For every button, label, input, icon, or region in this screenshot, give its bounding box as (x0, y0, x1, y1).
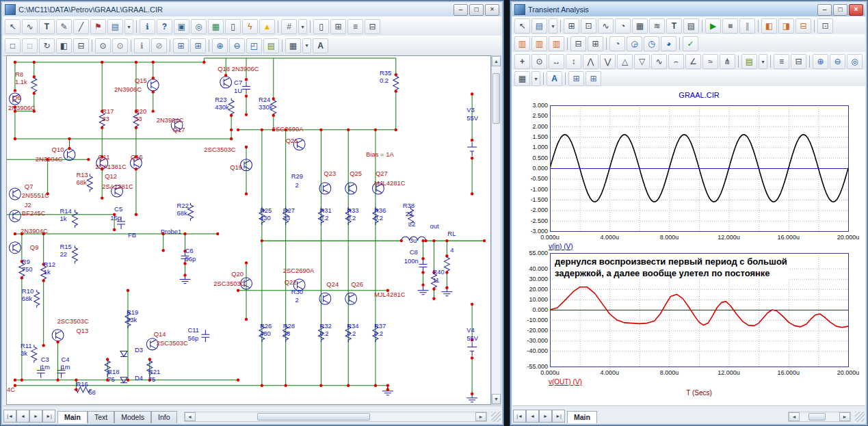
schematic-label[interactable]: 75 (148, 375, 156, 383)
one-pane-icon[interactable]: ▥ (514, 36, 530, 51)
find-repeat-icon[interactable]: ⊙ (112, 38, 128, 53)
schematic-label[interactable]: C6 (185, 247, 194, 254)
region-enable-icon[interactable]: ▦ (208, 19, 224, 34)
vin-plot[interactable] (550, 105, 849, 232)
monitor-window-icon[interactable]: ◔ (615, 18, 631, 34)
schematic-label[interactable]: V4 (466, 326, 475, 334)
mode-dropdown-icon[interactable]: ▾ (531, 71, 540, 86)
schematic-label[interactable]: R20 (135, 107, 146, 115)
tab-main[interactable]: Main (57, 411, 88, 423)
schematic-label[interactable]: Q21 (286, 137, 298, 144)
close-button[interactable]: × (849, 4, 863, 16)
schematic-label[interactable]: 33 (283, 330, 291, 337)
restore-button[interactable]: □ (833, 4, 847, 16)
schematic-label[interactable]: R14 (60, 207, 72, 215)
two-pane-icon[interactable]: ▥ (531, 36, 547, 51)
tab-models[interactable]: Models (114, 411, 151, 423)
mode-grid-icon[interactable]: ▦ (285, 38, 301, 53)
schematic-label[interactable]: Q11 (98, 153, 109, 161)
schematic-label[interactable]: 0.2 (319, 330, 328, 337)
3d-window-icon[interactable]: ▦ (632, 18, 648, 34)
schematic-label[interactable]: 430k (215, 103, 229, 111)
schematic-label[interactable]: Probe1 (161, 228, 181, 235)
schematic-label[interactable]: R25 (260, 207, 272, 214)
add-waveform-icon[interactable]: ⊡ (581, 18, 596, 34)
schematic-label[interactable]: C3 (41, 355, 49, 362)
prev-page-button[interactable]: ◄ (16, 410, 29, 423)
schematic-label[interactable]: D3 (135, 346, 143, 354)
transient-titlebar[interactable]: Transient Analysis – □ × (512, 3, 865, 16)
node-display-icon[interactable]: ▣ (174, 19, 189, 34)
schematic-label[interactable]: R15 (60, 243, 72, 250)
global-high-icon[interactable]: ⌢ (668, 54, 684, 69)
schematic-label[interactable]: Q15 (135, 77, 147, 84)
no-help-icon[interactable]: ⊘ (151, 38, 167, 53)
flip-y-icon[interactable]: ⊟ (73, 38, 89, 53)
scroll-up-icon[interactable]: ▲ (492, 56, 501, 66)
schematic-label[interactable]: 2SC3503C (157, 339, 188, 347)
properties-icon[interactable]: ▤ (683, 18, 699, 34)
split-vertical-icon[interactable]: ⊞ (588, 36, 603, 51)
schematic-label[interactable]: C5 (114, 205, 122, 213)
branch-icon[interactable]: ⋔ (720, 54, 735, 69)
schematic-label[interactable]: 750 (22, 265, 33, 273)
inflection-icon[interactable]: ∿ (651, 54, 667, 69)
vscroll-track[interactable] (492, 66, 501, 394)
schematic-label[interactable]: Q10 (52, 146, 64, 153)
new-page-icon[interactable]: ▯ (313, 19, 329, 34)
schematic-label[interactable]: 2N5551C (22, 191, 49, 199)
schematic-label[interactable]: 22 (60, 250, 68, 258)
page-stack-icon[interactable]: ⊞ (330, 19, 346, 34)
schematic-label[interactable]: 75 (107, 375, 115, 383)
autoscale-icon[interactable]: ◎ (847, 54, 863, 69)
schematic-label[interactable]: 2SC2690A (272, 125, 304, 133)
next-page-button[interactable]: ► (29, 410, 42, 423)
schematic-label[interactable]: 1k (60, 215, 67, 222)
schematic-vscrollbar[interactable]: ▲ ▼ (491, 55, 501, 405)
schematic-label[interactable]: R13 (76, 171, 88, 178)
first-page-button[interactable]: |◄ (513, 410, 526, 423)
ghost-move-icon[interactable]: □ (22, 38, 38, 53)
vscroll-thumb[interactable] (492, 73, 500, 124)
data-points-icon[interactable]: ◔ (609, 36, 625, 51)
last-page-button[interactable]: ►| (42, 410, 55, 423)
schematic-label[interactable]: Q18 2N3906C (218, 65, 259, 72)
three-pane-icon[interactable]: ▥ (549, 36, 564, 51)
schematic-label[interactable]: Q27 (376, 170, 388, 177)
scroll-left-icon[interactable]: ◄ (789, 412, 800, 421)
schematic-label[interactable]: 33k (127, 316, 137, 323)
schematic-label[interactable]: 68k (76, 178, 86, 186)
schematic-label[interactable]: Q17 (173, 126, 185, 133)
grid-icon[interactable]: # (281, 19, 297, 34)
schematic-label[interactable]: V3 (466, 106, 475, 114)
copy-icon[interactable]: ⊞ (568, 71, 584, 86)
schematic-label[interactable]: R17 (102, 107, 114, 115)
vin-trace-label[interactable]: v(in) (V) (549, 243, 573, 250)
scroll-left-icon[interactable]: ◄ (185, 412, 196, 421)
schematic-label[interactable]: 33 (102, 115, 109, 122)
schematic-label[interactable]: 0.2 (380, 77, 389, 84)
flag-icon[interactable]: ⚑ (90, 19, 106, 34)
ruler-icon[interactable]: ◷ (644, 36, 659, 51)
scroll-right-icon[interactable]: ► (475, 412, 486, 421)
find-icon[interactable]: ⊙ (95, 38, 111, 53)
schematic-label[interactable]: R32 (319, 322, 331, 330)
schematic-label[interactable]: 0.2 (347, 214, 356, 222)
schematic-label[interactable]: R40 (432, 268, 444, 276)
schematic-label[interactable]: 330k (259, 103, 273, 111)
flip-x-icon[interactable]: ◧ (56, 38, 72, 53)
schematic-label[interactable]: Q19 (230, 163, 242, 171)
schematic-label[interactable]: R28 (283, 322, 295, 330)
schematic-label[interactable]: 15p (110, 214, 121, 222)
copy-to-clipboard-icon[interactable]: ⊞ (173, 38, 189, 53)
schematic-label[interactable]: Q7 (25, 182, 34, 189)
schematic-label[interactable]: 2SC2690A (283, 267, 315, 274)
schematic-label[interactable]: 11 (432, 276, 439, 284)
paste-dropdown-icon[interactable]: ▾ (549, 18, 557, 34)
schematic-label[interactable]: 1U (234, 87, 242, 94)
hscroll-thumb[interactable] (808, 413, 826, 421)
split-horizontal-icon[interactable]: ⊟ (570, 36, 586, 51)
schematic-label[interactable]: 1m (62, 363, 70, 371)
schematic-label[interactable]: 68k (22, 295, 32, 302)
plot-annotation[interactable]: дернулся воспроизвести первый период с б… (553, 255, 789, 280)
